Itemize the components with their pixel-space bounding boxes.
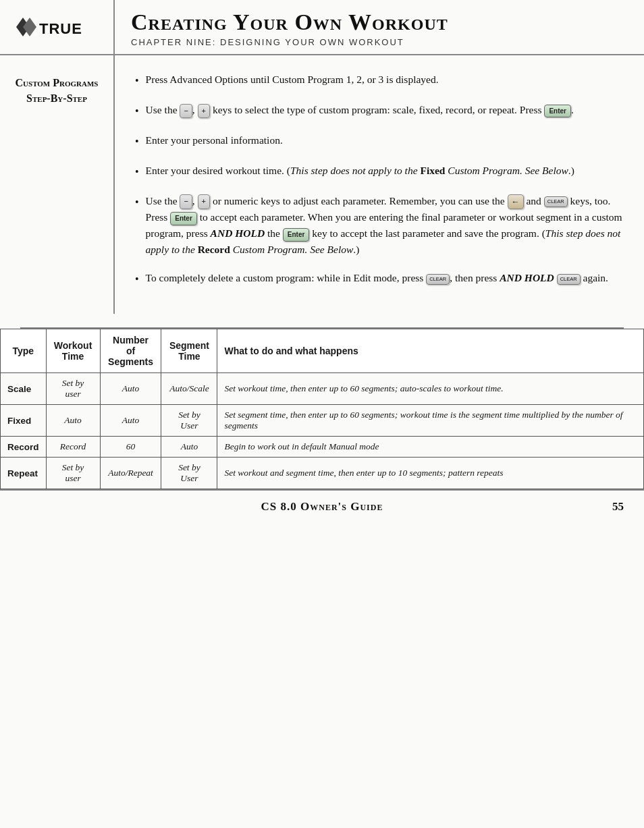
- workout-time-fixed: Auto: [46, 405, 100, 437]
- col-segment-time: SegmentTime: [161, 329, 217, 373]
- clear-key-3[interactable]: CLEAR: [557, 274, 581, 285]
- enter-key-2[interactable]: Enter: [170, 212, 197, 225]
- bullet-text: To completely delete a custom program: w…: [146, 270, 624, 286]
- bullet-text: Use the −, + or numeric keys to adjust e…: [146, 193, 624, 258]
- workout-time-repeat: Set by user: [46, 458, 100, 489]
- desc-record: Begin to work out in default Manual mode: [217, 437, 644, 458]
- enter-key-3[interactable]: Enter: [283, 228, 310, 242]
- page: TRUE Creating Your Own Workout Chapter N…: [0, 0, 644, 828]
- bullet-dot: •: [135, 134, 139, 150]
- content-area: • Press Advanced Options until Custom Pr…: [115, 55, 644, 314]
- plus-key-2[interactable]: +: [198, 194, 210, 209]
- col-workout-time: WorkoutTime: [46, 329, 100, 373]
- table-section: Type WorkoutTime Number ofSegments Segme…: [0, 329, 644, 489]
- plus-key[interactable]: +: [198, 104, 210, 118]
- custom-programs-table: Type WorkoutTime Number ofSegments Segme…: [0, 329, 644, 489]
- workout-time-record: Record: [46, 437, 100, 458]
- title-area: Creating Your Own Workout Chapter Nine: …: [115, 0, 644, 54]
- segments-repeat: Auto/Repeat: [100, 458, 161, 489]
- segments-scale: Auto: [100, 373, 161, 405]
- segment-time-scale: Auto/Scale: [161, 373, 217, 405]
- back-key[interactable]: ←: [508, 194, 524, 210]
- bullet-text: Enter your desired workout time. (This s…: [146, 163, 624, 179]
- sidebar-title: Custom Programs Step-By-Step: [11, 76, 103, 106]
- col-type: Type: [1, 329, 47, 373]
- table-row: Scale Set by user Auto Auto/Scale Set wo…: [1, 373, 644, 405]
- bullet-dot: •: [135, 164, 139, 181]
- minus-key[interactable]: −: [180, 104, 192, 118]
- bullet-list: • Press Advanced Options until Custom Pr…: [135, 72, 624, 288]
- list-item: • Use the −, + keys to select the type o…: [135, 102, 624, 120]
- page-sub-title: Chapter Nine: Designing Your Own Workout: [131, 37, 628, 47]
- bullet-text: Enter your personal information.: [146, 132, 624, 148]
- type-record: Record: [1, 437, 47, 458]
- bullet-dot: •: [135, 103, 139, 120]
- logo-area: TRUE: [0, 0, 115, 54]
- workout-time-scale: Set by user: [46, 373, 100, 405]
- sidebar: Custom Programs Step-By-Step: [0, 55, 115, 314]
- segment-time-record: Auto: [161, 437, 217, 458]
- header: TRUE Creating Your Own Workout Chapter N…: [0, 0, 644, 55]
- table-row: Repeat Set by user Auto/Repeat Set by Us…: [1, 458, 644, 489]
- bullet-dot: •: [135, 194, 139, 211]
- list-item: • Press Advanced Options until Custom Pr…: [135, 72, 624, 90]
- bullet-dot: •: [135, 271, 139, 288]
- desc-scale: Set workout time, then enter up to 60 se…: [217, 373, 644, 405]
- segments-fixed: Auto: [100, 405, 161, 437]
- table-row: Record Record 60 Auto Begin to work out …: [1, 437, 644, 458]
- list-item: • Enter your desired workout time. (This…: [135, 163, 624, 181]
- type-repeat: Repeat: [1, 458, 47, 489]
- list-item: • Use the −, + or numeric keys to adjust…: [135, 193, 624, 258]
- col-num-segments: Number ofSegments: [100, 329, 161, 373]
- table-row: Fixed Auto Auto Set by User Set segment …: [1, 405, 644, 437]
- enter-key[interactable]: Enter: [544, 105, 571, 118]
- footer-page-number: 55: [612, 500, 624, 514]
- true-logo: TRUE: [16, 12, 97, 42]
- segment-time-repeat: Set by User: [161, 458, 217, 489]
- segment-time-fixed: Set by User: [161, 405, 217, 437]
- bullet-dot: •: [135, 73, 139, 90]
- clear-key[interactable]: CLEAR: [544, 196, 568, 207]
- list-item: • Enter your personal information.: [135, 132, 624, 150]
- svg-text:TRUE: TRUE: [39, 20, 82, 37]
- bullet-text: Press Advanced Options until Custom Prog…: [146, 72, 624, 88]
- clear-key-2[interactable]: CLEAR: [426, 274, 450, 285]
- footer-guide-title: CS 8.0 Owner's Guide: [261, 500, 383, 514]
- body-layout: Custom Programs Step-By-Step • Press Adv…: [0, 55, 644, 314]
- page-main-title: Creating Your Own Workout: [131, 9, 628, 34]
- desc-fixed: Set segment time, then enter up to 60 se…: [217, 405, 644, 437]
- minus-key-2[interactable]: −: [180, 194, 192, 209]
- footer: CS 8.0 Owner's Guide 55: [0, 489, 644, 523]
- desc-repeat: Set workout and segment time, then enter…: [217, 458, 644, 489]
- list-item: • To completely delete a custom program:…: [135, 270, 624, 288]
- type-scale: Scale: [1, 373, 47, 405]
- col-description: What to do and what happens: [217, 329, 644, 373]
- bullet-text: Use the −, + keys to select the type of …: [146, 102, 624, 118]
- type-fixed: Fixed: [1, 405, 47, 437]
- table-header-row: Type WorkoutTime Number ofSegments Segme…: [1, 329, 644, 373]
- segments-record: 60: [100, 437, 161, 458]
